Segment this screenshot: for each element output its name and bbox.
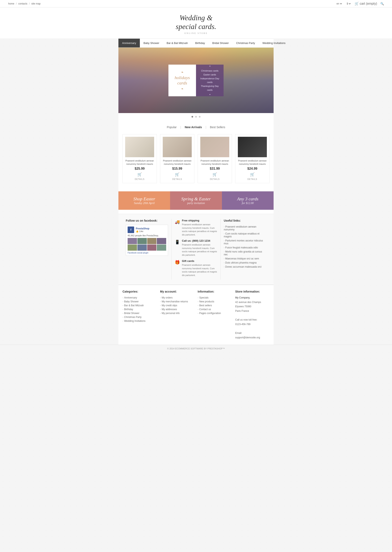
footer-cat-item[interactable]: Baby Shower [123,299,157,303]
footer-cat-item[interactable]: Bar & Bat Mitzvah [123,303,157,307]
footer-account-item[interactable]: My credit slips [160,303,194,307]
service-desc: Praesent vestibulum aenean nonummy hendr… [182,243,217,257]
service-phone: 📱 Call us: (800) 123 1234 Praesent vesti… [175,239,217,257]
fb-social-plugin-link[interactable]: Facebook social plugin [128,252,148,254]
fb-like-button[interactable]: 👍 Like [136,230,149,233]
nav-item-birthday[interactable]: Birthday [191,39,209,47]
add-to-cart-button[interactable]: 🛒 [238,172,267,177]
currency-select[interactable]: $ [346,2,351,5]
service-desc: Praesent vestibulum aenean nonummy hendr… [182,223,217,236]
topbar-home-link[interactable]: home [8,2,14,5]
product-details-link[interactable]: DETAILS [210,178,220,180]
store-email-label: Email: [235,331,269,335]
footer-account-item[interactable]: My merchandise returns [160,299,194,303]
tab-divider-2: | [205,125,207,129]
hero-menu-item[interactable]: Independence Day cards [198,77,221,84]
hero-menu-item[interactable]: Christmass cards [198,69,221,73]
footer-cat-item[interactable]: Wedding Invitations [123,319,157,323]
hero-slider: ❧ holidays cards ❧ ✦ Christmass cards Ea… [119,48,273,113]
language-select[interactable]: en [336,2,343,5]
fb-photo [128,238,137,244]
product-card: Praesent vestibulum aenean nonummy hendr… [123,134,157,183]
useful-link-item[interactable]: Fusce feugiat malesuada odio [224,246,266,250]
footer-info-item[interactable]: Pages configuration [198,311,232,315]
footer-categories-list: Anniversary Baby Shower Bar & Bat Mitzva… [123,296,157,323]
useful-link-item[interactable]: Donec accumsan malesuada orci [224,265,266,269]
gift-icon: 🎁 [175,260,180,265]
store-phone-label: Call us now toll free: [235,318,269,322]
useful-link-item[interactable]: Maecenas tristique orci ac sem [224,257,266,261]
store-phone: 0123-456-789 [235,322,269,327]
slider-dot-1[interactable] [191,116,193,117]
topbar-right: en $ 🛒 cart (empty) 🔍 [336,2,384,6]
footer-cat-item[interactable]: Anniversary [123,296,157,299]
nav-item-baby-shower[interactable]: Baby Shower [140,39,163,47]
promo-banner-easter[interactable]: Shop Easter Sunday 20th April [119,191,170,210]
hero-menu-item[interactable]: Easter cards [198,73,221,77]
useful-link-item[interactable]: Parturient montes ascetur ridiculus mus [224,239,266,246]
footer-account-item[interactable]: My orders [160,296,194,299]
product-name: Praesent vestibulum aenean nonummy hendr… [125,159,154,166]
footer-info-item[interactable]: Contact us [198,307,232,311]
footer-information: Information: Specials New products Best … [198,290,232,340]
promo-title: Spring & Easter [181,196,211,202]
product-grid: Praesent vestibulum aenean nonummy hendr… [123,134,269,183]
product-card: Praesent vestibulum aenean nonummy hendr… [198,134,232,183]
site-header: Wedding & special cards. ONLINE STORE [0,7,392,38]
facebook-widget: f PrestaShop 👍 Like 45,962 people like P… [126,225,168,256]
search-button[interactable]: 🔍 [380,2,384,5]
footer-store-info: Store information: My Company, 42 avenue… [235,290,269,340]
card-ornament-bottom: ❧ [181,87,183,90]
promo-banner-deal[interactable]: Any 3 cards for $12.00 [222,191,273,210]
footer-cat-item[interactable]: Birthday [123,307,157,311]
footer-info-item[interactable]: Best sellers [198,303,232,307]
footer-info-item[interactable]: Specials [198,296,232,299]
tab-popular[interactable]: Popular [164,124,179,130]
footer-info-item[interactable]: New products [198,299,232,303]
nav-item-wedding-invitations[interactable]: Wedding Invitations [259,39,289,47]
service-title: Free shipping [182,219,217,222]
topbar-sitemap-link[interactable]: site map [31,2,40,5]
site-footer: Categories: Anniversary Baby Shower Bar … [119,285,273,345]
slider-dot-2[interactable] [195,116,197,117]
product-name: Praesent vestibulum aenean nonummy hendr… [238,159,267,166]
footer-cat-item[interactable]: Christmas Party [123,315,157,319]
footer-cat-item[interactable]: Bridal Shower [123,311,157,315]
product-details-link[interactable]: DETAILS [172,178,182,180]
tab-best-sellers[interactable]: Best Sellers [207,124,228,130]
store-city: Paris France [235,309,269,313]
useful-link-item[interactable]: Cum sociis natoque enatibus et magnis [224,232,266,239]
promo-subtitle: party invitation [187,202,205,205]
slider-dot-3[interactable] [199,116,201,117]
topbar-contacts-link[interactable]: contacts [18,2,27,5]
fb-count: 45,962 people like PrestaShop. [128,234,166,237]
card-title: holidays cards [175,75,190,86]
footer-account: My account: My orders My merchandise ret… [160,290,194,340]
product-details-link[interactable]: DETAILS [247,178,257,180]
useful-link-item[interactable]: Duis ultrices pharetra magna [224,261,266,265]
add-to-cart-button[interactable]: 🛒 [125,172,154,177]
hero-menu-item[interactable]: Thanksgiving Day cards [198,84,221,92]
fb-photo [128,245,137,251]
add-to-cart-button[interactable]: 🛒 [163,172,192,177]
useful-link-item[interactable]: Praesent vestibulum aenean nonummy [224,225,266,232]
hero-cards: ❧ holidays cards ❧ ✦ Christmass cards Ea… [168,65,224,96]
nav-item-bridal-shower[interactable]: Bridal Shower [209,39,232,47]
tab-new-arrivals[interactable]: New Arrivals [182,124,205,130]
footer-account-item[interactable]: My personal info [160,311,194,315]
nav-item-christmas-party[interactable]: Christmas Party [232,39,259,47]
add-to-cart-button[interactable]: 🛒 [200,172,229,177]
product-card: Praesent vestibulum aenean nonummy hendr… [160,134,194,183]
product-details-link[interactable]: DETAILS [135,178,145,180]
useful-link-item[interactable]: Morbi nunc odio gravida at cursus nec [224,250,266,257]
promo-banner-spring[interactable]: Spring & Easter party invitation [170,191,222,210]
promo-title: Shop Easter [133,196,155,202]
cart-label: cart [360,2,365,5]
fb-page-name[interactable]: PrestaShop [136,227,149,230]
fb-photo [137,238,147,244]
cart-icon[interactable]: 🛒 cart (empty) [355,2,377,6]
nav-item-bar-bat-mitzvah[interactable]: Bar & Bat Mitzvah [163,39,191,47]
nav-item-anniversary[interactable]: Anniversary [119,39,140,47]
footer-account-item[interactable]: My addresses [160,307,194,311]
topbar-nav: home / contacts / site map [8,2,41,5]
